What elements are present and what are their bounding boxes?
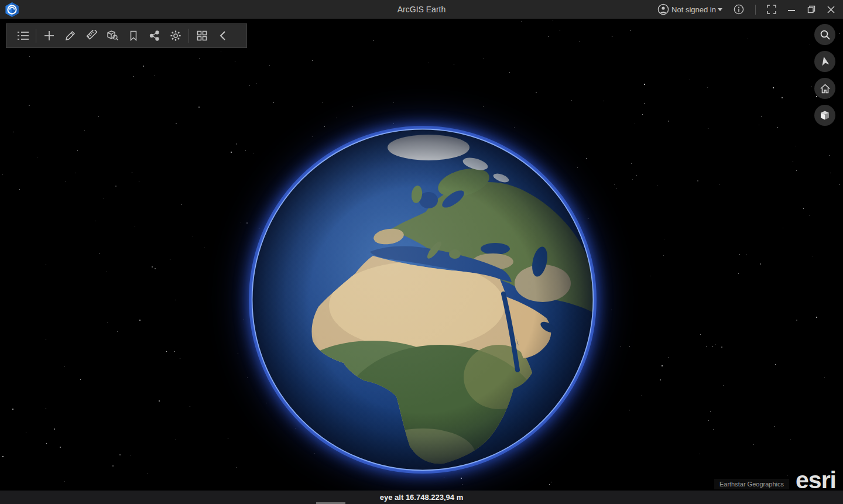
bookmarks-button[interactable] <box>123 25 144 46</box>
info-button[interactable] <box>729 0 748 19</box>
map-attribution: Earthstar Geographics <box>714 479 789 489</box>
toolbar-separator <box>36 29 36 43</box>
cube-3d-icon <box>819 109 831 121</box>
share-button[interactable] <box>144 25 165 46</box>
esri-logo: esri <box>796 468 836 492</box>
info-icon <box>734 4 744 15</box>
restore-button[interactable] <box>803 0 820 19</box>
close-button[interactable] <box>823 0 839 19</box>
analysis-button[interactable] <box>102 25 123 46</box>
home-icon <box>820 83 831 94</box>
measure-ruler-icon <box>85 30 97 42</box>
search-icon <box>820 29 831 40</box>
earth-globe[interactable] <box>247 124 598 475</box>
minimize-button[interactable] <box>783 0 800 19</box>
nav-buttons <box>814 24 835 126</box>
basemap-grid-icon <box>196 30 208 42</box>
chevron-left-icon <box>219 30 227 41</box>
titlebar: ArcGIS Earth Not signed in <box>0 0 843 19</box>
toolbar-separator <box>189 29 189 43</box>
search-button[interactable] <box>814 24 835 45</box>
main-toolbar <box>6 23 247 48</box>
basemap-button[interactable] <box>191 25 213 46</box>
fullscreen-icon <box>767 5 776 14</box>
titlebar-separator <box>755 5 756 15</box>
compass-button[interactable] <box>814 51 835 72</box>
arcgis-earth-logo-icon <box>4 2 20 18</box>
add-data-button[interactable] <box>39 25 60 46</box>
table-of-contents-icon <box>17 30 29 42</box>
statusbar: eye alt 16.748.223,94 m <box>0 491 843 504</box>
home-button[interactable] <box>814 78 835 99</box>
analysis-cube-search-icon <box>106 30 119 42</box>
map-viewport[interactable] <box>0 19 843 491</box>
table-of-contents-button[interactable] <box>12 25 33 46</box>
settings-gear-icon <box>170 30 181 42</box>
user-label: Not signed in <box>671 5 716 14</box>
compass-arrow-icon <box>819 56 831 67</box>
measure-button[interactable] <box>81 25 102 46</box>
draw-button[interactable] <box>60 25 81 46</box>
share-icon <box>149 30 160 42</box>
draw-pencil-icon <box>64 30 76 42</box>
restore-icon <box>807 5 816 14</box>
user-menu[interactable]: Not signed in <box>653 0 727 19</box>
toggle-2d-3d-button[interactable] <box>814 105 835 126</box>
add-data-icon <box>43 30 55 42</box>
collapse-toolbar-button[interactable] <box>213 25 234 46</box>
eye-altitude-readout: eye alt 16.748.223,94 m <box>380 493 463 502</box>
minimize-icon <box>787 5 796 14</box>
settings-button[interactable] <box>165 25 186 46</box>
caret-down-icon <box>717 7 723 12</box>
fullscreen-button[interactable] <box>763 0 780 19</box>
user-avatar-icon <box>657 4 669 15</box>
close-icon <box>827 5 835 14</box>
bookmark-icon <box>128 30 139 42</box>
